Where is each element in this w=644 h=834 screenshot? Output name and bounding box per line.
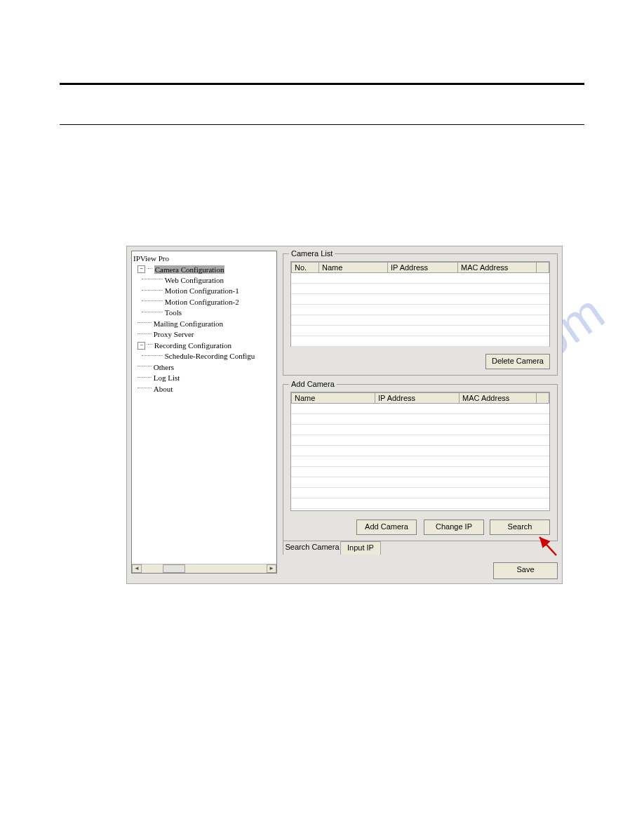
- tree-loglist[interactable]: Log List: [154, 374, 180, 383]
- tree-motion-2[interactable]: Motion Configuration-2: [165, 298, 239, 306]
- tree-recording[interactable]: Recording Configuration: [154, 341, 232, 350]
- scroll-right-icon[interactable]: ►: [267, 564, 276, 573]
- tree-proxy[interactable]: Proxy Server: [154, 331, 194, 339]
- col-name[interactable]: Name: [319, 262, 388, 273]
- page-divider-thin: [60, 124, 584, 125]
- tree-root[interactable]: IPView Pro: [133, 254, 169, 263]
- tree-camera-config[interactable]: Camera Configuration: [154, 265, 225, 274]
- page-divider-thick: [60, 83, 584, 85]
- tree-horizontal-scrollbar[interactable]: ◄ ►: [132, 564, 276, 573]
- save-button[interactable]: Save: [493, 562, 558, 579]
- col-spacer: [537, 392, 549, 404]
- camera-list-rows: [291, 273, 549, 346]
- scroll-left-icon[interactable]: ◄: [132, 564, 142, 573]
- tree-others[interactable]: Others: [154, 363, 174, 371]
- col-ip[interactable]: IP Address: [375, 392, 459, 404]
- camera-list-group: Camera List No. Name IP Address MAC Addr…: [283, 253, 558, 376]
- add-camera-group: Add Camera Name IP Address MAC Address: [283, 384, 558, 541]
- add-camera-button[interactable]: Add Camera: [356, 519, 417, 535]
- col-mac[interactable]: MAC Address: [459, 392, 537, 404]
- tree-web-config[interactable]: Web Configuration: [165, 276, 224, 284]
- col-no[interactable]: No.: [291, 262, 319, 273]
- dialog-panel: IPView Pro − Camera Configuration Web Co…: [126, 246, 563, 584]
- add-camera-title: Add Camera: [289, 380, 337, 388]
- col-spacer: [537, 262, 549, 273]
- tree-schedule[interactable]: Schedule-Recording Configu: [165, 352, 255, 361]
- camera-list-listview[interactable]: No. Name IP Address MAC Address: [290, 261, 550, 347]
- search-button[interactable]: Search: [490, 519, 550, 535]
- add-camera-rows: [291, 404, 549, 510]
- tab-search-camera[interactable]: Search Camera: [283, 541, 342, 555]
- minus-icon[interactable]: −: [137, 342, 145, 350]
- delete-camera-button[interactable]: Delete Camera: [485, 354, 550, 369]
- change-ip-button[interactable]: Change IP: [424, 519, 484, 535]
- col-name[interactable]: Name: [291, 392, 375, 404]
- tree-content: IPView Pro − Camera Configuration Web Co…: [132, 251, 276, 564]
- scroll-thumb[interactable]: [163, 564, 185, 573]
- scroll-track[interactable]: [142, 564, 267, 573]
- tree-about[interactable]: About: [154, 385, 173, 393]
- minus-icon[interactable]: −: [137, 265, 145, 273]
- camera-list-title: Camera List: [289, 249, 335, 258]
- tree-tools[interactable]: Tools: [165, 309, 182, 317]
- add-camera-listview[interactable]: Name IP Address MAC Address: [290, 392, 550, 511]
- right-area: Camera List No. Name IP Address MAC Addr…: [283, 249, 559, 579]
- tree-panel: IPView Pro − Camera Configuration Web Co…: [131, 251, 277, 574]
- tab-input-ip[interactable]: Input IP: [340, 541, 381, 555]
- col-mac[interactable]: MAC Address: [458, 262, 537, 273]
- tree-motion-1[interactable]: Motion Configuration-1: [165, 287, 239, 296]
- tree-mailing[interactable]: Mailing Configuration: [154, 319, 223, 328]
- col-ip[interactable]: IP Address: [388, 262, 458, 273]
